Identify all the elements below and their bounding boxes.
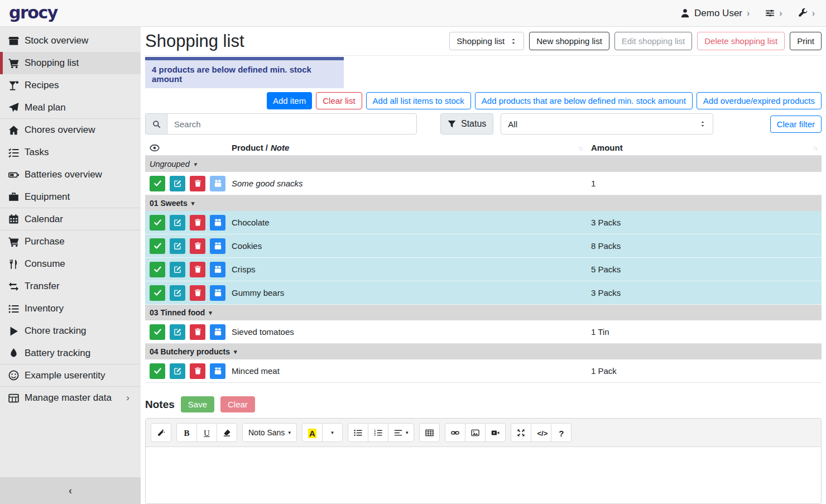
row-action-add-to-stock-button[interactable]: [210, 238, 225, 254]
sidebar-item-chores-overview[interactable]: Chores overview: [0, 119, 141, 141]
sidebar-item-batteries-overview[interactable]: Batteries overview: [0, 164, 141, 186]
row-action-delete-button[interactable]: [190, 363, 205, 379]
row-action-done-button[interactable]: [150, 176, 165, 191]
sidebar-item-consume[interactable]: Consume: [0, 253, 141, 275]
row-action-delete-button[interactable]: [190, 324, 205, 340]
amount-value: 1: [591, 179, 596, 188]
sidebar-item-recipes[interactable]: Recipes: [0, 74, 141, 97]
notes-clear-button[interactable]: Clear: [220, 396, 255, 412]
sort-icon[interactable]: ↑↓: [813, 145, 817, 151]
notes-save-button[interactable]: Save: [181, 396, 214, 412]
tablegrid-icon: [425, 429, 434, 437]
sidebar-item-manage-master-data[interactable]: Manage master data›: [0, 387, 141, 409]
table-row: Some good snacks1: [145, 172, 822, 195]
product-name: Crisps: [232, 265, 256, 274]
editor-color-caret-button[interactable]: ▾: [322, 423, 343, 442]
sidebar-item-purchase[interactable]: Purchase: [0, 231, 141, 253]
sidebar-item-transfer[interactable]: Transfer: [0, 275, 141, 297]
row-action-edit-button[interactable]: [170, 363, 185, 379]
group-header-row[interactable]: 04 Butchery products▾: [145, 344, 822, 359]
editor-help-button[interactable]: ?: [551, 423, 572, 442]
sidebar-item-stock-overview[interactable]: Stock overview: [0, 30, 141, 52]
clear-filter-button[interactable]: Clear filter: [770, 116, 822, 133]
row-action-edit-button[interactable]: [170, 285, 185, 301]
row-action-add-to-stock-button[interactable]: [210, 363, 225, 379]
row-action-done-button[interactable]: [150, 215, 165, 231]
editor-text-area[interactable]: [146, 447, 821, 503]
cart-icon: [8, 237, 19, 247]
editor-underline-button[interactable]: U: [196, 423, 217, 442]
toggle-done-items-eye-icon[interactable]: [150, 143, 160, 153]
row-action-done-button[interactable]: [150, 363, 165, 379]
status-filter-select[interactable]: All: [501, 113, 713, 135]
row-action-done-button[interactable]: [150, 324, 165, 340]
row-action-edit-button[interactable]: [170, 215, 185, 231]
add-overdue-expired-button[interactable]: Add overdue/expired products: [697, 92, 822, 109]
sidebar-item-chore-tracking[interactable]: Chore tracking: [0, 320, 141, 342]
search-addon: [145, 113, 167, 135]
editor-picture-button[interactable]: [465, 423, 486, 442]
admin-menu[interactable]: ›: [798, 8, 815, 18]
editor-eraser-button[interactable]: [217, 423, 237, 442]
editor-toolbar: BUNoto Sans▾A▾123▾</>?: [146, 419, 821, 447]
sidebar-item-calendar[interactable]: Calendar: [0, 208, 141, 231]
group-header-row[interactable]: 01 Sweets▾: [145, 195, 822, 211]
row-action-done-button[interactable]: [150, 285, 165, 301]
sidebar-item-meal-plan[interactable]: Meal plan: [0, 97, 141, 119]
edit-shopping-list-button[interactable]: Edit shopping list: [614, 32, 692, 50]
row-action-delete-button[interactable]: [190, 215, 205, 231]
editor-link-button[interactable]: [445, 423, 465, 442]
print-button[interactable]: Print: [790, 32, 822, 50]
sidebar-item-example-userentity[interactable]: Example userentity: [0, 364, 141, 387]
row-action-edit-button[interactable]: [170, 176, 185, 191]
row-action-add-to-stock-button[interactable]: [210, 324, 225, 340]
sidebar-item-inventory[interactable]: Inventory: [0, 297, 141, 320]
new-shopping-list-button[interactable]: New shopping list: [529, 32, 609, 50]
row-action-delete-button[interactable]: [190, 238, 205, 254]
editor-fullscreen-button[interactable]: [511, 423, 531, 442]
row-action-delete-button[interactable]: [190, 176, 205, 191]
row-action-done-button[interactable]: [150, 238, 165, 254]
editor-bold-button[interactable]: B: [176, 423, 197, 442]
row-action-done-button[interactable]: [150, 262, 165, 277]
add-below-min-stock-button[interactable]: Add products that are below defined min.…: [475, 92, 693, 109]
editor-table-button[interactable]: [419, 423, 440, 442]
shopping-list-select[interactable]: Shopping list: [449, 32, 524, 50]
sidebar-item-tasks[interactable]: Tasks: [0, 141, 141, 164]
row-action-delete-button[interactable]: [190, 285, 205, 301]
sidebar-item-equipment[interactable]: Equipment: [0, 186, 141, 208]
settings-menu[interactable]: ›: [765, 8, 782, 18]
editor-ol-button[interactable]: 123: [368, 423, 388, 442]
row-action-edit-button[interactable]: [170, 238, 185, 254]
editor-font-family-button[interactable]: Noto Sans▾: [242, 423, 297, 442]
editor-video-button[interactable]: [485, 423, 506, 442]
row-action-add-to-stock-button[interactable]: [210, 285, 225, 301]
editor-codeview-button[interactable]: </>: [531, 423, 551, 442]
caret-down-icon: ▾: [288, 430, 291, 435]
editor-color-button[interactable]: A: [302, 423, 323, 442]
group-header-row[interactable]: Ungrouped▾: [145, 156, 822, 172]
user-menu[interactable]: Demo User ›: [680, 8, 750, 19]
search-group: [145, 113, 417, 135]
row-action-delete-button[interactable]: [190, 262, 205, 277]
add-item-button[interactable]: Add item: [267, 92, 312, 109]
sidebar-collapse-button[interactable]: ‹: [0, 477, 141, 504]
editor-paragraph-button[interactable]: ▾: [388, 423, 415, 442]
row-action-add-to-stock-button[interactable]: [210, 215, 225, 231]
row-action-add-to-stock-button[interactable]: [210, 176, 225, 191]
delete-shopping-list-button[interactable]: Delete shopping list: [697, 32, 785, 50]
group-name: 04 Butchery products: [150, 347, 230, 356]
sidebar-item-shopping-list[interactable]: Shopping list: [0, 52, 141, 74]
add-all-to-stock-button[interactable]: Add all list items to stock: [366, 92, 471, 109]
editor-magic-button[interactable]: [151, 423, 171, 442]
row-action-edit-button[interactable]: [170, 262, 185, 277]
sidebar-item-battery-tracking[interactable]: Battery tracking: [0, 342, 141, 364]
search-input[interactable]: [167, 113, 417, 135]
row-action-add-to-stock-button[interactable]: [210, 262, 225, 277]
table-row: Sieved tomatoes1 Tin: [145, 320, 822, 344]
row-action-edit-button[interactable]: [170, 324, 185, 340]
group-header-row[interactable]: 03 Tinned food▾: [145, 305, 822, 320]
clear-list-button[interactable]: Clear list: [316, 92, 362, 109]
sort-icon[interactable]: ↑↓: [578, 145, 582, 151]
editor-ul-button[interactable]: [348, 423, 368, 442]
